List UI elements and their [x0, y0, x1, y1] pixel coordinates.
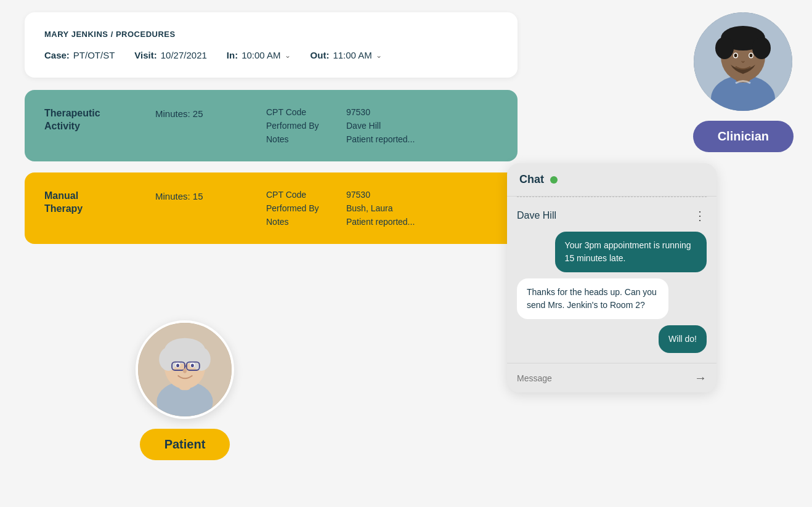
- chat-title: Chat: [519, 173, 544, 186]
- performed-value-2: Bush, Laura: [346, 203, 498, 213]
- online-status-dot: [550, 176, 558, 184]
- procedure-1-details: CPT Code 97530 Performed By Dave Hill No…: [266, 107, 498, 144]
- performed-label-1: Performed By: [266, 121, 346, 131]
- procedure-2-name: ManualTherapy: [44, 190, 155, 216]
- chat-messages: Your 3pm appointment is running 15 minut…: [517, 232, 707, 353]
- case-field: Case: PT/OT/ST: [44, 50, 115, 60]
- clinician-section: Clinician: [693, 12, 794, 152]
- procedure-card-1: TherapeuticActivity Minutes: 25 CPT Code…: [25, 90, 518, 161]
- minutes-label-2: Minutes:: [155, 191, 193, 201]
- content-area: MARY JENKINS / PROCEDURES Case: PT/OT/ST…: [25, 12, 518, 255]
- minutes-label-1: Minutes:: [155, 108, 193, 119]
- svg-point-5: [159, 347, 177, 371]
- out-time-dropdown-icon[interactable]: ⌄: [376, 51, 382, 60]
- procedure-2-details: CPT Code 97530 Performed By Bush, Laura …: [266, 190, 498, 227]
- chat-contact-row: Dave Hill ⋮: [517, 207, 707, 224]
- clinician-role-badge[interactable]: Clinician: [693, 121, 794, 152]
- svg-point-6: [192, 347, 210, 371]
- case-label: Case:: [44, 50, 70, 60]
- send-message-icon[interactable]: →: [694, 371, 707, 385]
- cpt-value-1: 97530: [346, 107, 498, 117]
- svg-point-14: [183, 368, 187, 373]
- chat-more-options-icon[interactable]: ⋮: [694, 209, 707, 222]
- breadcrumb-separator: /: [111, 30, 113, 39]
- notes-value-1: Patient reported...: [346, 134, 498, 144]
- breadcrumb: MARY JENKINS / PROCEDURES: [44, 30, 498, 39]
- performed-label-2: Performed By: [266, 203, 346, 213]
- message-1: Your 3pm appointment is running 15 minut…: [555, 232, 707, 272]
- in-time-field[interactable]: In: 10:00 AM ⌄: [227, 50, 291, 60]
- cpt-value-2: 97530: [346, 190, 498, 200]
- svg-point-21: [752, 37, 771, 59]
- message-2: Thanks for the heads up. Can you send Mr…: [517, 278, 668, 319]
- chat-body: Dave Hill ⋮ Your 3pm appointment is runn…: [507, 197, 717, 363]
- patient-section: Patient: [136, 320, 234, 460]
- visit-date-field: Visit: 10/27/2021: [134, 50, 206, 60]
- patient-avatar: [136, 320, 234, 419]
- procedure-1-name: TherapeuticActivity: [44, 107, 155, 133]
- cpt-label-1: CPT Code: [266, 107, 346, 117]
- in-time-dropdown-icon[interactable]: ⌄: [285, 51, 291, 60]
- patient-role-badge[interactable]: Patient: [140, 429, 230, 460]
- in-time-value: 10:00 AM: [242, 50, 280, 60]
- main-container: MARY JENKINS / PROCEDURES Case: PT/OT/ST…: [0, 0, 812, 507]
- chat-contact-name: Dave Hill: [517, 210, 556, 221]
- section-name: PROCEDURES: [116, 30, 176, 39]
- notes-value-2: Patient reported...: [346, 217, 498, 227]
- out-time-field[interactable]: Out: 11:00 AM ⌄: [311, 50, 382, 60]
- patient-name: MARY JENKINS: [44, 30, 108, 39]
- svg-point-11: [191, 364, 194, 368]
- performed-value-1: Dave Hill: [346, 121, 498, 131]
- cpt-label-2: CPT Code: [266, 190, 346, 200]
- svg-point-20: [715, 37, 734, 59]
- visit-info: Case: PT/OT/ST Visit: 10/27/2021 In: 10:…: [44, 50, 498, 60]
- header-card: MARY JENKINS / PROCEDURES Case: PT/OT/ST…: [25, 12, 518, 78]
- svg-point-23: [734, 54, 737, 57]
- procedure-2-minutes: Minutes: 15: [155, 190, 266, 201]
- minutes-value-1: 25: [193, 108, 203, 119]
- notes-label-2: Notes: [266, 217, 346, 227]
- notes-label-1: Notes: [266, 134, 346, 144]
- case-value: PT/OT/ST: [73, 50, 115, 60]
- chat-message-input[interactable]: [517, 373, 688, 383]
- out-label: Out:: [311, 50, 330, 60]
- visit-date-value: 10/27/2021: [161, 50, 207, 60]
- minutes-value-2: 15: [193, 191, 203, 201]
- message-3: Will do!: [659, 325, 707, 353]
- svg-point-25: [750, 54, 753, 57]
- svg-point-8: [176, 364, 179, 368]
- procedure-1-minutes: Minutes: 25: [155, 107, 266, 119]
- procedure-card-2: ManualTherapy Minutes: 15 CPT Code 97530…: [25, 172, 518, 244]
- clinician-avatar: [694, 12, 792, 111]
- chat-input-row[interactable]: →: [507, 363, 717, 392]
- chat-header: Chat: [507, 163, 717, 197]
- chat-panel: Chat Dave Hill ⋮ Your 3pm appointment is…: [507, 163, 717, 392]
- in-label: In:: [227, 50, 238, 60]
- out-time-value: 11:00 AM: [333, 50, 371, 60]
- visit-label: Visit:: [134, 50, 156, 60]
